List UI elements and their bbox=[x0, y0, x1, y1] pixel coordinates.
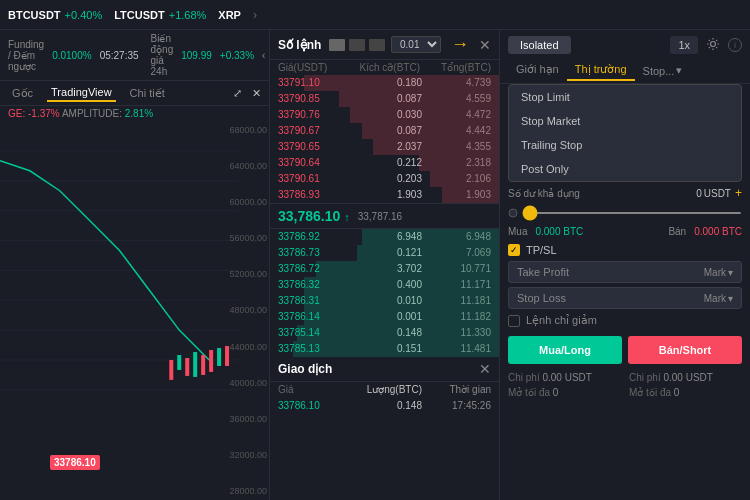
dropdown-stop-market[interactable]: Stop Market bbox=[509, 109, 741, 133]
slider-row[interactable] bbox=[500, 204, 750, 222]
buy-sell-row: Mua 0.000 BTC Bán 0.000 BTC bbox=[500, 222, 750, 241]
avail-label: Số dư khả dụng bbox=[508, 188, 696, 199]
margin-tabs: Isolated 1x i bbox=[500, 30, 750, 58]
tab-tradingview[interactable]: TradingView bbox=[47, 84, 116, 102]
add-funds-btn[interactable]: + bbox=[735, 186, 742, 200]
svg-point-18 bbox=[509, 209, 517, 217]
ob-bid-row: 33785.14 0.148 11.330 bbox=[270, 325, 499, 341]
tab-isolated[interactable]: Isolated bbox=[508, 36, 571, 54]
ticker-symbol: BTCUSDT bbox=[8, 9, 61, 21]
chart-amplitude: GE: -1.37% AMPLITUDE: 2.81% bbox=[0, 106, 269, 121]
arrow-right-indicator: → bbox=[451, 34, 469, 55]
ticker-symbol: XRP bbox=[218, 9, 241, 21]
tab-gioi-han[interactable]: Giới hạn bbox=[508, 60, 567, 81]
dropdown-menu-container: Stop Limit Stop Market Trailing Stop Pos… bbox=[508, 84, 742, 182]
settings-icon bbox=[706, 37, 720, 51]
ticker-ltcusdt[interactable]: LTCUSDT +1.68% bbox=[114, 9, 206, 21]
chart-area[interactable]: 68000.00 64000.00 60000.00 56000.00 5200… bbox=[0, 121, 269, 500]
trades-header: Giao dịch ✕ bbox=[270, 357, 499, 382]
open-max-sell: Mở tối đa 0 bbox=[629, 387, 742, 398]
amount-slider[interactable] bbox=[522, 212, 742, 214]
trade-size: 0.148 bbox=[353, 399, 422, 413]
dropdown-stop-limit[interactable]: Stop Limit bbox=[509, 85, 741, 109]
stop-dropdown-menu: Stop Limit Stop Market Trailing Stop Pos… bbox=[508, 84, 742, 182]
fee-sell-item: Chi phí 0.00 USDT bbox=[629, 372, 742, 383]
ob-ask-row: 33790.85 0.087 4.559 bbox=[270, 91, 499, 107]
open-max-buy: Mở tối đa 0 bbox=[508, 387, 621, 398]
trades-title: Giao dịch bbox=[278, 362, 473, 376]
chart-expand-icon[interactable]: ⤢ bbox=[233, 87, 242, 100]
trade-col-header: Giá Lượng(BTC) Thời gian bbox=[270, 382, 499, 398]
tab-goc[interactable]: Gốc bbox=[8, 85, 37, 102]
chart-close[interactable]: ✕ bbox=[252, 87, 261, 100]
chart-tabs: Gốc TradingView Chi tiết ⤢ ✕ bbox=[0, 81, 269, 106]
price-labels: 68000.00 64000.00 60000.00 56000.00 5200… bbox=[229, 121, 267, 500]
take-profit-row: Take Profit Mark ▾ bbox=[508, 261, 742, 283]
tab-thi-truong[interactable]: Thị trường bbox=[567, 60, 635, 81]
main-layout: Funding / Đếm ngược 0.0100% 05:27:35 Biế… bbox=[0, 30, 750, 500]
view-both-icon[interactable] bbox=[329, 39, 345, 51]
ob-ask-row: 33790.76 0.030 4.472 bbox=[270, 107, 499, 123]
orderbook-header: Số lệnh 0.01 0.1 1 → ✕ bbox=[270, 30, 499, 60]
vol-change: +0.33% bbox=[220, 50, 254, 61]
slider-left-icon bbox=[508, 208, 518, 218]
sell-short-button[interactable]: Bán/Short bbox=[628, 336, 742, 364]
svg-rect-12 bbox=[193, 352, 197, 377]
ob-col-headers: Giá(USDT) Kích cỡ(BTC) Tổng(BTC) bbox=[270, 60, 499, 75]
trades-close[interactable]: ✕ bbox=[479, 361, 491, 377]
svg-rect-14 bbox=[209, 350, 213, 372]
chart-nav-left[interactable]: ‹ bbox=[262, 50, 265, 61]
tab-stop-dropdown[interactable]: Stop... ▾ bbox=[635, 61, 691, 80]
tpsl-row: ✓ TP/SL bbox=[500, 241, 750, 259]
fee-sell-val: 0.00 USDT bbox=[663, 372, 712, 383]
chevron-down-icon: ▾ bbox=[728, 267, 733, 278]
tab-chitiet[interactable]: Chi tiết bbox=[126, 85, 169, 102]
top-bar: BTCUSDT +0.40% LTCUSDT +1.68% XRP › bbox=[0, 0, 750, 30]
ticker-change: +0.40% bbox=[65, 9, 103, 21]
ticker-scroll-right[interactable]: › bbox=[253, 8, 257, 22]
take-profit-mark-btn[interactable]: Mark ▾ bbox=[696, 263, 741, 282]
view-bids-icon[interactable] bbox=[369, 39, 385, 51]
mid-price-value: 33,786.10 ↑ bbox=[278, 208, 350, 224]
limit-order-checkbox[interactable] bbox=[508, 315, 520, 327]
orderbook-title: Số lệnh bbox=[278, 38, 323, 52]
ob-bids: 33786.92 6.948 6.948 33786.73 0.121 7.06… bbox=[270, 229, 499, 357]
dropdown-post-only[interactable]: Post Only bbox=[509, 157, 741, 181]
limit-order-row: Lệnh chỉ giảm bbox=[500, 311, 750, 330]
stop-loss-mark-btn[interactable]: Mark ▾ bbox=[696, 289, 741, 308]
stop-loss-label: Stop Loss bbox=[509, 288, 696, 308]
ticker-btcusdt[interactable]: BTCUSDT +0.40% bbox=[8, 9, 102, 21]
tpsl-checkbox[interactable]: ✓ bbox=[508, 244, 520, 256]
ob-asks: 33791.10 0.180 4.739 33790.85 0.087 4.55… bbox=[270, 75, 499, 203]
ob-bid-row: 33786.92 6.948 6.948 bbox=[270, 229, 499, 245]
trade-row: 33786.10 0.148 17:45:26 bbox=[270, 398, 499, 414]
center-panel: Số lệnh 0.01 0.1 1 → ✕ Giá(USDT) Kích cỡ… bbox=[270, 30, 500, 500]
margin-info-icon[interactable]: i bbox=[728, 38, 742, 52]
svg-point-17 bbox=[711, 41, 716, 46]
fee-row: Chi phí 0.00 USDT Chi phí 0.00 USDT bbox=[500, 370, 750, 385]
decimal-selector[interactable]: 0.01 0.1 1 bbox=[391, 36, 441, 53]
open-max-label2: Mở tối đa bbox=[629, 387, 671, 398]
buy-long-button[interactable]: Mua/Long bbox=[508, 336, 622, 364]
trade-col-size: Lượng(BTC) bbox=[353, 383, 422, 397]
settings-icon-btn[interactable] bbox=[702, 37, 724, 54]
view-icons bbox=[329, 39, 385, 51]
action-buttons: Mua/Long Bán/Short bbox=[500, 330, 750, 370]
ticker-xrp[interactable]: XRP bbox=[218, 9, 241, 21]
current-price-label: 33786.10 bbox=[50, 455, 100, 470]
ob-bid-row: 33786.14 0.001 11.182 bbox=[270, 309, 499, 325]
avail-value: 0 bbox=[696, 188, 702, 199]
svg-rect-10 bbox=[177, 355, 181, 370]
orderbook-close[interactable]: ✕ bbox=[479, 37, 491, 53]
trade-col-time: Thời gian bbox=[422, 383, 491, 397]
svg-rect-15 bbox=[217, 348, 221, 366]
ticker-change: +1.68% bbox=[169, 9, 207, 21]
funding-rate: 0.0100% bbox=[52, 50, 91, 61]
view-asks-icon[interactable] bbox=[349, 39, 365, 51]
open-max-val2: 0 bbox=[674, 387, 680, 398]
vol-label: Biến động giá 24h bbox=[151, 33, 174, 77]
funding-label: Funding / Đếm ngược bbox=[8, 39, 44, 72]
fee-buy-label: Chi phí bbox=[508, 372, 540, 383]
leverage-btn[interactable]: 1x bbox=[670, 36, 698, 54]
dropdown-trailing-stop[interactable]: Trailing Stop bbox=[509, 133, 741, 157]
